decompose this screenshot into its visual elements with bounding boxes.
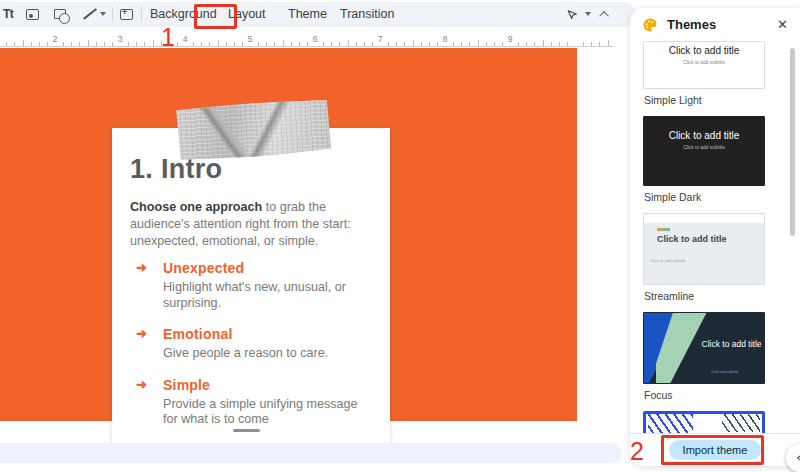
pointer-icon[interactable] — [566, 5, 579, 23]
ruler-number: 5 — [248, 34, 253, 44]
slide-intro-bold: Choose one approach — [130, 200, 262, 214]
theme-thumbnail-shift[interactable] — [643, 411, 765, 433]
pointer-dropdown-caret-icon[interactable] — [585, 5, 591, 23]
bullet-heading: Unexpected — [163, 260, 371, 276]
ruler-tick — [526, 42, 527, 46]
ruler-tick — [608, 40, 609, 46]
ruler-tick — [453, 42, 454, 46]
theme-item: Click to add titleClick to add subtitleS… — [643, 213, 800, 302]
bullet-list[interactable]: ➜ Unexpected Highlight what's new, unusu… — [136, 260, 368, 443]
hatch-lines-left — [648, 414, 693, 433]
ruler-tick — [534, 42, 535, 46]
thumb-title: Click to add title — [657, 234, 727, 244]
ruler-tick — [323, 42, 324, 46]
bullet-body: Highlight what's new, unusual, or surpri… — [163, 280, 371, 311]
ruler-tick — [559, 42, 560, 46]
ruler-tick — [283, 40, 284, 46]
slide-title[interactable]: 1. Intro — [130, 154, 222, 185]
bullet-item: ➜ Emotional Give people a reason to care… — [136, 326, 368, 362]
ruler-tick — [39, 42, 40, 46]
ruler-number: 3 — [118, 34, 123, 44]
ruler-tick — [201, 42, 202, 46]
ruler-tick — [396, 42, 397, 46]
slide-canvas[interactable]: 1. Intro Choose one approach to grab the… — [0, 48, 577, 421]
ruler-tick — [429, 42, 430, 46]
ruler-tick — [469, 42, 470, 46]
slide-intro-text[interactable]: Choose one approach to grab the audience… — [130, 199, 372, 250]
theme-item: Click to add titleClick and subtitleFocu… — [643, 312, 800, 401]
panel-scrollbar[interactable] — [790, 48, 795, 236]
speaker-notes-bar[interactable] — [0, 443, 622, 463]
ruler-tick — [437, 42, 438, 46]
theme-thumbnail-simple-dark[interactable]: Click to add titleClick to add subtitle — [643, 116, 765, 186]
ruler-tick — [372, 42, 373, 46]
theme-item: Click to add titleClick to add subtitleS… — [643, 41, 800, 106]
insert-shape-icon[interactable] — [54, 5, 66, 23]
themes-panel-title: Themes — [667, 17, 716, 32]
bullet-body: Give people a reason to care. — [163, 346, 371, 362]
ruler-tick — [299, 42, 300, 46]
theme-label: Focus — [644, 389, 800, 401]
ruler-tick — [96, 42, 97, 46]
ruler-tick — [104, 42, 105, 46]
toolbar-divider — [112, 7, 113, 21]
ruler-tick — [88, 40, 89, 46]
thumb-title: Click to add title — [702, 339, 762, 349]
theme-thumbnail-streamline[interactable]: Click to add titleClick to add subtitle — [643, 213, 765, 285]
ruler-tick — [258, 42, 259, 46]
ruler-tick — [218, 40, 219, 46]
import-theme-button[interactable]: Import theme — [669, 440, 762, 460]
theme-label: Streamline — [644, 290, 800, 302]
google-slides-app: Tt Background Layout Theme Transition 23… — [0, 0, 800, 472]
ruler-tick — [421, 42, 422, 46]
ruler-tick — [153, 40, 154, 46]
ruler-tick — [6, 42, 7, 46]
notes-resize-handle[interactable] — [233, 429, 260, 432]
ruler-tick — [161, 42, 162, 46]
ruler-tick — [226, 42, 227, 46]
ruler-tick — [551, 42, 552, 46]
ruler-number: 6 — [313, 34, 318, 44]
theme-thumbnail-focus[interactable]: Click to add titleClick and subtitle — [643, 312, 765, 384]
theme-thumbnail-simple-light[interactable]: Click to add titleClick to add subtitle — [643, 41, 765, 89]
ruler-tick — [79, 42, 80, 46]
insert-line-icon[interactable] — [82, 5, 95, 23]
arrow-bullet-icon: ➜ — [136, 260, 163, 311]
layout-button[interactable]: Layout — [228, 5, 266, 23]
collapse-toolbar-icon[interactable] — [602, 5, 609, 23]
ruler-tick — [14, 42, 15, 46]
horizontal-ruler: 23456789 — [0, 28, 613, 47]
ruler-tick — [356, 42, 357, 46]
theme-button[interactable]: Theme — [288, 5, 327, 23]
import-theme-bar: Import theme — [630, 433, 800, 466]
ruler-tick — [177, 42, 178, 46]
ruler-tick — [266, 42, 267, 46]
ruler-tick — [291, 42, 292, 46]
bullet-heading: Simple — [163, 377, 371, 393]
ruler-tick — [331, 42, 332, 46]
ruler-tick — [461, 42, 462, 46]
text-box-icon[interactable]: Tt — [3, 5, 13, 23]
ruler-tick — [47, 42, 48, 46]
ruler-tick — [502, 42, 503, 46]
background-button[interactable]: Background — [150, 5, 217, 23]
ruler-tick — [486, 42, 487, 46]
insert-image-icon[interactable] — [26, 5, 39, 23]
ruler-tick — [348, 40, 349, 46]
transition-button[interactable]: Transition — [340, 5, 394, 23]
ruler-tick — [144, 42, 145, 46]
ruler-tick — [234, 42, 235, 46]
thumb-title: Click to add title — [644, 130, 764, 141]
ruler-tick — [209, 42, 210, 46]
bullet-body: Provide a simple unifying message for wh… — [163, 397, 371, 428]
hatch-lines-right — [722, 414, 760, 432]
line-dropdown-caret-icon[interactable] — [100, 5, 106, 23]
thumb-title: Click to add title — [644, 45, 764, 56]
ruler-tick — [388, 42, 389, 46]
insert-placeholder-icon[interactable] — [120, 5, 133, 23]
ruler-number: 9 — [508, 34, 513, 44]
arrow-bullet-icon: ➜ — [136, 377, 163, 428]
close-icon[interactable]: ✕ — [777, 18, 788, 31]
arrow-bullet-icon: ➜ — [136, 326, 163, 362]
thumb-subtitle: Click to add subtitle — [656, 145, 752, 150]
